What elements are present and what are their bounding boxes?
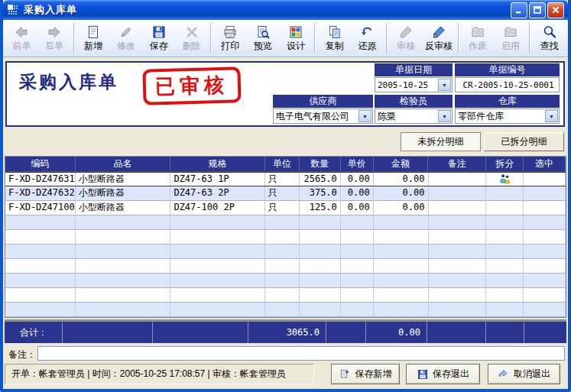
tab-split-detail[interactable]: 已拆分明细 <box>484 132 564 151</box>
cell-price: 0.00 <box>341 201 374 215</box>
cell-split <box>486 186 524 200</box>
table-empty-row[interactable] <box>5 274 566 288</box>
toolbar-restore-button[interactable]: 还原 <box>351 21 384 55</box>
chevron-down-icon[interactable]: ▼ <box>438 110 451 122</box>
minimize-button[interactable] <box>511 2 527 18</box>
col-header-split[interactable]: 拆分 <box>486 157 524 171</box>
summary-qty-total: 3065.0 <box>248 322 326 343</box>
toolbar-delete-button[interactable]: 删除 <box>175 21 208 55</box>
cell-spec: DZ47-63 2P <box>170 186 265 200</box>
toolbar-copy-button[interactable]: 复制 <box>318 21 351 55</box>
toolbar-prev-button[interactable]: 前单 <box>5 21 38 55</box>
cell-code <box>5 245 76 258</box>
cell-name <box>76 303 171 316</box>
cell-unit: 只 <box>265 201 300 215</box>
toolbar-next-button[interactable]: 后单 <box>38 21 71 55</box>
doc-plus-icon <box>339 368 352 381</box>
doc-date-combobox[interactable]: 2005-10-25 ▼ <box>375 77 453 92</box>
cell-qty <box>300 303 341 316</box>
footer-button-label: 保存新增 <box>355 368 392 381</box>
toolbar-unaudit-button[interactable]: 反审核 <box>423 21 456 55</box>
cell-unit <box>265 288 300 302</box>
undo-icon <box>360 24 375 40</box>
inspector-combobox[interactable]: 陈粟 ▼ <box>375 109 453 124</box>
cell-name <box>76 245 171 258</box>
toolbar-audit-button[interactable]: 审核 <box>390 21 423 55</box>
toolbar-new-button[interactable]: 新增 <box>77 21 110 55</box>
table-empty-row[interactable] <box>5 230 566 245</box>
maximize-button[interactable] <box>529 2 546 18</box>
cell-remark <box>429 215 487 229</box>
col-header-name[interactable]: 品名 <box>76 157 171 171</box>
cell-amount <box>374 274 429 287</box>
toolbar-button-label: 审核 <box>397 40 415 53</box>
cell-remark <box>429 259 487 273</box>
toolbar-void-button[interactable]: 作废 <box>462 21 495 55</box>
cell-amount: 0.00 <box>374 173 429 186</box>
col-header-spec[interactable]: 规格 <box>170 157 265 171</box>
cell-amount <box>374 288 429 302</box>
toolbar-button-label: 设计 <box>287 40 305 53</box>
table-row[interactable]: F-XD-DZ47631P小型断路器DZ47-63 1P只2565.00.000… <box>5 172 566 186</box>
col-header-selected[interactable]: 选中 <box>524 157 566 171</box>
cell-spec: DZ47-63 1P <box>170 173 265 186</box>
chevron-down-icon[interactable]: ▼ <box>358 110 371 122</box>
design-icon <box>288 24 303 40</box>
toolbar-preview-button[interactable]: 预览 <box>247 21 280 55</box>
split-people-icon[interactable] <box>499 173 511 185</box>
table-empty-row[interactable] <box>5 288 566 303</box>
toolbar-design-button[interactable]: 设计 <box>280 21 313 55</box>
cell-selected <box>524 201 566 215</box>
table-empty-row[interactable] <box>5 245 566 259</box>
cell-split <box>486 245 524 258</box>
toolbar-find-button[interactable]: 查找 <box>533 21 566 55</box>
table-empty-row[interactable] <box>5 259 566 274</box>
chevron-down-icon[interactable]: ▼ <box>438 79 451 91</box>
audited-stamp: 已审核 <box>142 66 241 105</box>
copy-icon <box>327 24 342 40</box>
save-exit-button[interactable]: 保存退出 <box>406 364 480 384</box>
tab-unsplit-detail[interactable]: 未拆分明细 <box>401 132 481 151</box>
toolbar-button-label: 保存 <box>150 40 168 53</box>
titlebar[interactable]: 采购入库单 <box>3 0 568 20</box>
col-header-unit[interactable]: 单位 <box>265 157 300 171</box>
col-header-code[interactable]: 编码 <box>5 157 76 171</box>
doc-number-input[interactable]: CR-2005-10-25-0001 <box>455 77 560 92</box>
col-header-price[interactable]: 单价 <box>341 157 374 171</box>
warehouse-combobox[interactable]: 零部件仓库 ▼ <box>455 109 560 124</box>
table-empty-row[interactable] <box>5 215 566 230</box>
table-empty-row[interactable] <box>5 303 566 317</box>
cell-code <box>5 274 76 287</box>
supplier-combobox[interactable]: 电子电气有限公司 ▼ <box>273 109 373 124</box>
table-row[interactable]: F-XD-DZ471002P小型断路器DZ47-100 2P只125.00.00… <box>5 201 566 215</box>
cell-spec <box>170 215 265 229</box>
footer-button-label: 取消退出 <box>514 368 550 381</box>
cell-unit: 只 <box>265 173 300 186</box>
chevron-down-icon[interactable]: ▼ <box>545 110 558 122</box>
toolbar-print-button[interactable]: 打印 <box>214 21 247 55</box>
doc-number-value: CR-2005-10-25-0001 <box>462 80 553 90</box>
col-header-remark[interactable]: 备注 <box>428 157 486 171</box>
col-header-amount[interactable]: 金额 <box>374 157 429 171</box>
cell-qty: 375.0 <box>300 186 341 200</box>
cancel-exit-button[interactable]: 取消退出 <box>488 364 560 384</box>
remark-input[interactable] <box>37 346 565 361</box>
unaudit-pen-icon <box>431 24 446 40</box>
close-button[interactable] <box>547 2 564 18</box>
cell-name: 小型断路器 <box>76 186 171 200</box>
save-new-button[interactable]: 保存新增 <box>331 364 400 384</box>
cell-code <box>5 288 76 302</box>
cell-price <box>341 230 374 244</box>
warehouse-value: 零部件仓库 <box>458 110 504 123</box>
table-row[interactable]: F-XD-DZ47632P小型断路器DZ47-63 2P只375.00.000.… <box>5 186 566 201</box>
toolbar-modify-button[interactable]: 修改 <box>109 21 142 55</box>
cell-split <box>486 259 524 273</box>
cell-amount: 0.00 <box>374 186 429 200</box>
cell-selected <box>524 245 566 258</box>
toolbar-enable-button[interactable]: 启用 <box>494 21 527 55</box>
col-header-qty[interactable]: 数量 <box>300 157 341 171</box>
toolbar-save-button[interactable]: 保存 <box>142 21 175 55</box>
new-doc-icon <box>86 24 101 40</box>
cell-name <box>76 215 171 229</box>
cell-remark <box>429 288 487 302</box>
